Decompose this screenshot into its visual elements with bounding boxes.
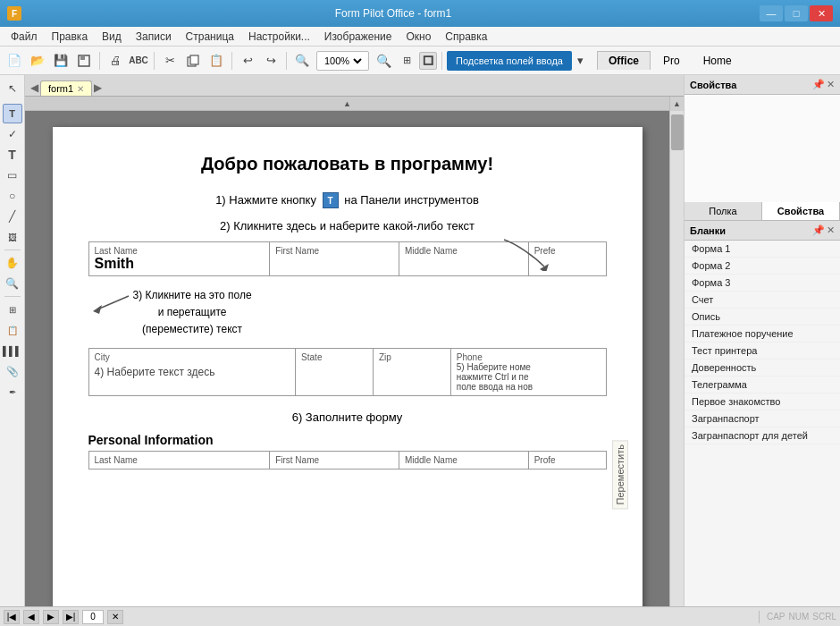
props-pin-btn[interactable]: 📌 [812, 79, 825, 90]
blank-item[interactable]: Телеграмма [685, 376, 840, 393]
nav-prev-btn[interactable]: ◀ [23, 610, 39, 624]
page-number-input[interactable]: 0 [82, 610, 104, 624]
undo-button[interactable]: ↩ [237, 50, 258, 72]
tool-oval[interactable]: ○ [3, 186, 22, 206]
print-button[interactable]: 🖨 [105, 50, 126, 72]
scroll-top-btn[interactable]: ▲ [343, 99, 351, 108]
new-button[interactable]: 📄 [4, 50, 25, 72]
menu-records[interactable]: Записи [129, 29, 179, 45]
spell-button[interactable]: ABC [128, 50, 149, 72]
tool-textfield[interactable]: T [3, 104, 22, 123]
menu-page[interactable]: Страница [179, 29, 241, 45]
zoom-box[interactable]: 100% 75% 150% [316, 51, 369, 71]
blank-item[interactable]: Опись [685, 309, 840, 326]
tool-line[interactable]: ╱ [3, 207, 22, 226]
blank-item[interactable]: Платежное поручение [685, 326, 840, 343]
doc-tab-close[interactable]: ✕ [77, 84, 84, 94]
cell-prefe-b[interactable]: Profe [528, 451, 606, 469]
zoom-in-button[interactable]: 🔍 [373, 50, 394, 72]
cell-zip[interactable]: Zip [373, 348, 450, 395]
nav-first-btn[interactable]: |◀ [4, 610, 20, 624]
nav-next-btn[interactable]: ▶ [43, 610, 59, 624]
menu-window[interactable]: Окно [399, 29, 438, 45]
vscroll-up-btn[interactable]: ▲ [670, 97, 685, 111]
menu-edit[interactable]: Правка [45, 29, 96, 45]
cell-phone[interactable]: Phone 5) Наберите номе нажмите Ctrl и пе… [450, 348, 606, 395]
tab-pro-button[interactable]: Pro [652, 52, 691, 70]
menu-help[interactable]: Справка [438, 29, 494, 45]
fields-toggle[interactable]: 🔲 [419, 52, 437, 70]
blank-item[interactable]: Форма 2 [685, 258, 840, 275]
minimize-button[interactable]: — [760, 5, 783, 21]
menu-file[interactable]: Файл [4, 29, 45, 45]
props-tabs: Полка Свойства [685, 202, 840, 221]
blank-item[interactable]: Доверенность [685, 360, 840, 376]
menu-view[interactable]: Вид [95, 29, 129, 45]
blank-item[interactable]: Тест принтера [685, 343, 840, 360]
copy-button[interactable] [182, 50, 204, 72]
blanks-close-btn[interactable]: ✕ [827, 224, 835, 236]
blank-item[interactable]: Загранпаспорт для детей [685, 427, 840, 444]
cell-lastname[interactable]: Last Name Smith [88, 242, 270, 276]
tool-image[interactable]: 🖼 [3, 227, 22, 247]
tab-prev-arrow[interactable]: ◀ [29, 80, 40, 96]
zoom-select[interactable]: 100% 75% 150% [321, 55, 365, 67]
close-button[interactable]: ✕ [810, 5, 833, 21]
cell-firstname-b[interactable]: First Name [270, 451, 399, 469]
tab-polka[interactable]: Полка [685, 202, 762, 220]
tab-next-arrow[interactable]: ▶ [92, 80, 104, 96]
fit-button[interactable]: ⊞ [396, 50, 417, 72]
tool-form[interactable]: 📋 [3, 320, 22, 340]
cell-state[interactable]: State [296, 348, 374, 395]
page-wrapper: Добро пожаловать в программу! 1) Нажмите… [25, 111, 669, 606]
cell-firstname[interactable]: First Name [270, 242, 399, 276]
cut-button[interactable]: ✂ [159, 50, 181, 72]
cell-middlename-b[interactable]: Middle Name [399, 451, 528, 469]
tool-signature[interactable]: ✒ [3, 382, 22, 402]
tab-office-button[interactable]: Office [597, 51, 651, 70]
svg-marker-4 [540, 264, 549, 271]
save-button[interactable]: 💾 [50, 50, 71, 72]
maximize-button[interactable]: □ [785, 5, 808, 21]
nav-last-btn[interactable]: ▶| [63, 610, 79, 624]
doc-tab[interactable]: form1 ✕ [40, 80, 92, 96]
menu-image[interactable]: Изображение [317, 29, 399, 45]
cell-lastname-b[interactable]: Last Name [88, 451, 270, 469]
blank-item[interactable]: Первое знакомство [685, 393, 840, 410]
zoom-out-button[interactable]: 🔍 [291, 50, 313, 72]
nav-delete-btn[interactable]: ✕ [107, 610, 123, 624]
blank-item[interactable]: Форма 1 [685, 241, 840, 258]
saveall-button[interactable] [73, 50, 95, 72]
canvas-area: ◀ form1 ✕ ▶ ▲ [25, 75, 684, 606]
blanks-pin-btn[interactable]: 📌 [812, 224, 825, 236]
tool-table[interactable]: ⊞ [3, 300, 22, 319]
redo-button[interactable]: ↪ [260, 50, 281, 72]
tool-text[interactable]: T [3, 145, 22, 165]
tool-rect[interactable]: ▭ [3, 165, 22, 185]
tool-checkmark[interactable]: ✓ [3, 124, 22, 144]
instruction-4-text: 4) Наберите текст здесь [95, 366, 290, 378]
blank-item[interactable]: Форма 3 [685, 275, 840, 292]
menu-settings[interactable]: Настройки... [241, 29, 317, 45]
cell-city[interactable]: City 4) Наберите текст здесь [88, 348, 296, 395]
tool-attach[interactable]: 📎 [3, 361, 22, 381]
tab-home-button[interactable]: Home [693, 52, 743, 70]
paste-button[interactable]: 📋 [206, 50, 227, 72]
open-button[interactable]: 📂 [27, 50, 48, 72]
blank-item[interactable]: Счет [685, 292, 840, 309]
blank-item[interactable]: Загранпаспорт [685, 410, 840, 427]
highlight-dropdown[interactable]: ▾ [574, 50, 586, 72]
canvas-content: ▲ Добро пожаловать в программу! 1) Нажми… [25, 97, 669, 606]
tool-pan[interactable]: ✋ [3, 253, 22, 273]
svg-rect-1 [80, 55, 85, 60]
svg-rect-3 [190, 55, 198, 64]
instruction-6: 6) Заполните форму [88, 410, 607, 424]
tool-zoom[interactable]: 🔍 [3, 274, 22, 293]
props-close-btn[interactable]: ✕ [827, 79, 835, 90]
section-title: Personal Information [88, 433, 607, 447]
tool-barcode[interactable]: ▌▌▌ [3, 341, 22, 360]
tab-svoistva[interactable]: Свойства [762, 202, 840, 220]
vscroll-thumb[interactable] [671, 114, 684, 150]
highlight-fields-button[interactable]: Подсветка полей ввода [447, 51, 572, 71]
tool-select[interactable]: ↖ [3, 79, 22, 98]
